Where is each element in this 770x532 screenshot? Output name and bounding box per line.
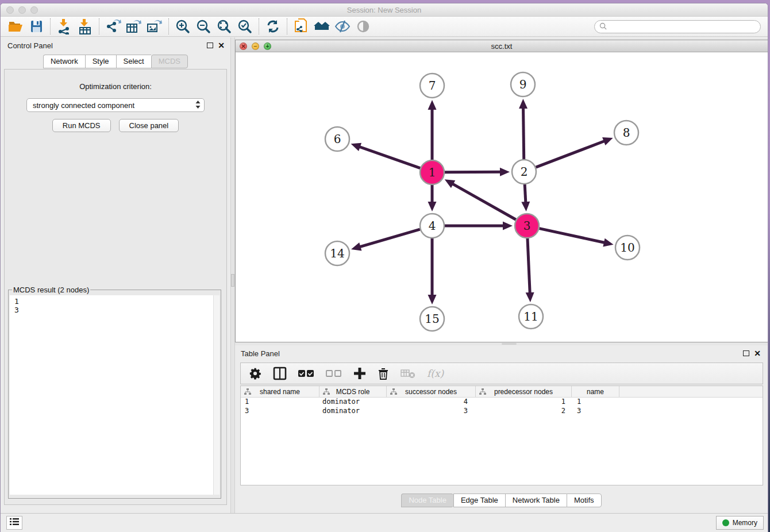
table-cell: dominator: [319, 407, 387, 416]
graph-node-1[interactable]: 1: [420, 160, 444, 184]
run-mcds-button[interactable]: Run MCDS: [52, 119, 111, 132]
table-row[interactable]: 3dominator323: [241, 407, 763, 416]
show-eye-icon[interactable]: [353, 18, 374, 35]
zoom-in-icon[interactable]: [172, 18, 193, 35]
svg-text:15: 15: [425, 312, 439, 326]
search-icon: [599, 22, 607, 32]
network-canvas[interactable]: 7968124314101511: [236, 52, 768, 342]
search-input[interactable]: [607, 23, 760, 31]
graph-node-3[interactable]: 3: [515, 214, 539, 238]
mcds-result-group: MCDS result (2 nodes) 13: [8, 286, 221, 499]
graph-edge-2-9[interactable]: [523, 107, 524, 159]
svg-text:6: 6: [334, 132, 341, 146]
close-panel-icon[interactable]: ✕: [218, 40, 225, 51]
graph-edge-1-6[interactable]: [359, 147, 421, 168]
graph-node-10[interactable]: 10: [615, 236, 640, 260]
graph-edge-2-8[interactable]: [536, 141, 605, 167]
tab-edge-table[interactable]: Edge Table: [453, 494, 505, 507]
graph-edge-arrowhead: [500, 168, 510, 176]
optimization-criterion-select[interactable]: strongly connected component: [26, 98, 205, 112]
float-table-panel-icon[interactable]: [743, 348, 749, 358]
control-panel-title: Control Panel: [7, 41, 207, 50]
home-icon[interactable]: [311, 18, 332, 35]
graph-node-9[interactable]: 9: [511, 72, 535, 97]
graph-edge-1-2[interactable]: [445, 172, 501, 172]
table-row[interactable]: 1dominator411: [241, 398, 763, 407]
export-image-icon[interactable]: [144, 18, 165, 35]
float-panel-icon[interactable]: [207, 40, 213, 51]
network-window: scc.txt ✕ − + 7968124314101511: [235, 40, 768, 342]
tree-icon: [390, 388, 397, 397]
optimization-criterion-label: Optimization criterion:: [5, 82, 226, 91]
hide-eye-icon[interactable]: [332, 18, 353, 35]
node-table-header: shared name MCDS role successor nodes: [241, 386, 763, 398]
memory-label: Memory: [733, 519, 757, 527]
tab-network-table[interactable]: Network Table: [505, 494, 567, 507]
graph-edge-3-11[interactable]: [528, 238, 530, 294]
tab-motifs[interactable]: Motifs: [567, 494, 602, 507]
close-panel-button[interactable]: Close panel: [119, 119, 179, 132]
table-cell: 4: [387, 398, 476, 407]
deselect-all-checkboxes-icon[interactable]: [326, 369, 342, 378]
tab-style[interactable]: Style: [85, 55, 116, 68]
column-header-shared-name[interactable]: shared name: [241, 386, 319, 397]
graph-node-8[interactable]: 8: [614, 121, 638, 145]
network-maximize-icon[interactable]: +: [264, 43, 271, 50]
delete-table-icon[interactable]: [401, 368, 415, 379]
mcds-result-list[interactable]: 13: [10, 295, 220, 495]
search-field[interactable]: [594, 20, 761, 33]
graph-edge-2-3[interactable]: [525, 184, 526, 203]
select-all-checkboxes-icon[interactable]: [298, 369, 314, 378]
export-table-icon[interactable]: [124, 18, 144, 35]
graph-node-6[interactable]: 6: [325, 127, 349, 151]
zoom-selected-icon[interactable]: [234, 18, 255, 35]
close-table-panel-icon[interactable]: ✕: [754, 348, 761, 358]
tab-mcds[interactable]: MCDS: [151, 55, 188, 68]
zoom-fit-icon[interactable]: [214, 18, 234, 35]
control-panel-tabs: Network Style Select MCDS: [1, 55, 230, 68]
task-history-button[interactable]: [6, 516, 22, 530]
column-header-name[interactable]: name: [572, 386, 619, 397]
tab-select[interactable]: Select: [116, 55, 151, 68]
graph-edge-3-1[interactable]: [452, 184, 516, 220]
graph-node-7[interactable]: 7: [420, 74, 444, 98]
add-column-icon[interactable]: [353, 367, 366, 380]
gear-icon[interactable]: [249, 367, 261, 380]
graph-node-14[interactable]: 14: [325, 241, 349, 265]
network-minimize-icon[interactable]: −: [252, 43, 259, 50]
columns-icon[interactable]: [273, 367, 287, 380]
column-header-predecessor-nodes[interactable]: predecessor nodes: [476, 386, 572, 397]
column-header-successor-nodes[interactable]: successor nodes: [387, 386, 476, 397]
delete-column-icon[interactable]: [378, 367, 389, 380]
vertical-splitter[interactable]: [230, 37, 235, 513]
column-header-mcds-role[interactable]: MCDS role: [319, 386, 387, 397]
memory-button[interactable]: Memory: [716, 516, 764, 530]
graph-node-4[interactable]: 4: [420, 214, 444, 238]
save-icon[interactable]: [26, 18, 47, 35]
mcds-result-item[interactable]: 3: [14, 306, 220, 314]
export-network-icon[interactable]: [103, 18, 124, 35]
tab-network[interactable]: Network: [43, 55, 85, 68]
graph-edge-arrowhead: [521, 202, 530, 211]
graph-edge-3-10[interactable]: [539, 229, 605, 243]
network-close-icon[interactable]: ✕: [240, 43, 247, 50]
list-icon: [10, 518, 19, 528]
graph-node-11[interactable]: 11: [519, 304, 543, 329]
zoom-out-icon[interactable]: [193, 18, 214, 35]
refresh-icon[interactable]: [263, 18, 283, 35]
open-folder-icon[interactable]: [5, 18, 26, 35]
import-network-icon[interactable]: [54, 18, 75, 35]
graph-edge-4-14[interactable]: [359, 229, 419, 247]
graph-node-15[interactable]: 15: [420, 307, 444, 331]
tree-icon: [323, 388, 330, 397]
import-table-icon[interactable]: [75, 18, 95, 35]
vertical-splitter-handle[interactable]: [231, 274, 234, 287]
tab-node-table[interactable]: Node Table: [401, 494, 453, 507]
copy-network-doc-icon[interactable]: [291, 18, 311, 35]
mcds-result-item[interactable]: 1: [14, 297, 220, 306]
horizontal-splitter-handle[interactable]: [502, 343, 517, 345]
graph-node-2[interactable]: 2: [512, 160, 536, 184]
mcds-result-scrollbar[interactable]: [213, 295, 220, 495]
function-icon: f(x): [427, 368, 444, 379]
svg-text:11: 11: [523, 310, 538, 323]
